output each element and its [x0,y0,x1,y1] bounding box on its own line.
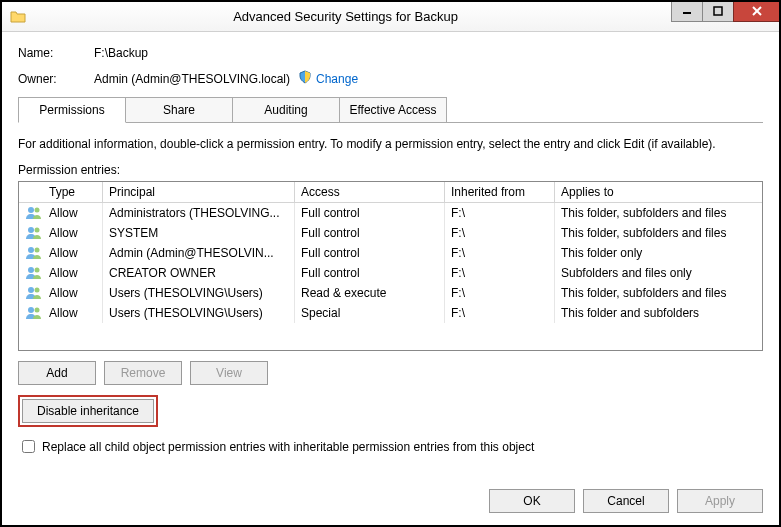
users-icon [25,225,43,242]
svg-point-6 [28,227,34,233]
svg-point-5 [35,207,40,212]
table-row[interactable]: AllowCREATOR OWNERFull controlF:\Subfold… [19,263,762,283]
cell-applies: This folder only [555,243,762,263]
shield-icon [298,70,312,87]
users-icon [25,245,43,262]
cell-type: Allow [43,223,103,243]
cell-type: Allow [43,243,103,263]
users-icon [25,205,43,222]
titlebar: Advanced Security Settings for Backup [2,2,779,32]
cell-inherited: F:\ [445,283,555,303]
cell-applies: This folder, subfolders and files [555,223,762,243]
table-row[interactable]: AllowUsers (THESOLVING\Users)Read & exec… [19,283,762,303]
name-label: Name: [18,46,94,60]
ok-button[interactable]: OK [489,489,575,513]
col-inherited[interactable]: Inherited from [445,182,555,202]
cell-type: Allow [43,263,103,283]
disable-inheritance-highlight: Disable inheritance [18,395,158,427]
users-icon [25,305,43,322]
cell-principal: SYSTEM [103,223,295,243]
name-value: F:\Backup [94,46,148,60]
table-row[interactable]: AllowUsers (THESOLVING\Users)SpecialF:\T… [19,303,762,323]
svg-point-14 [28,307,34,313]
cell-inherited: F:\ [445,203,555,223]
cell-access: Full control [295,243,445,263]
disable-inheritance-button[interactable]: Disable inheritance [22,399,154,423]
cell-inherited: F:\ [445,303,555,323]
col-type[interactable]: Type [43,182,103,202]
col-applies[interactable]: Applies to [555,182,762,202]
cell-applies: This folder, subfolders and files [555,283,762,303]
permission-list[interactable]: Type Principal Access Inherited from App… [18,181,763,351]
replace-child-label: Replace all child object permission entr… [42,440,534,454]
folder-icon [10,9,26,25]
cell-access: Read & execute [295,283,445,303]
cell-applies: This folder and subfolders [555,303,762,323]
cell-access: Special [295,303,445,323]
cell-principal: Users (THESOLVING\Users) [103,283,295,303]
cell-inherited: F:\ [445,263,555,283]
table-row[interactable]: AllowAdministrators (THESOLVING...Full c… [19,203,762,223]
svg-point-10 [28,267,34,273]
replace-child-checkbox[interactable] [22,440,35,453]
remove-button: Remove [104,361,182,385]
cell-principal: CREATOR OWNER [103,263,295,283]
close-button[interactable] [733,0,781,22]
maximize-button[interactable] [702,0,734,22]
svg-point-8 [28,247,34,253]
cell-principal: Admin (Admin@THESOLVIN... [103,243,295,263]
cell-applies: Subfolders and files only [555,263,762,283]
cancel-button[interactable]: Cancel [583,489,669,513]
svg-point-13 [35,287,40,292]
cell-type: Allow [43,303,103,323]
cell-type: Allow [43,283,103,303]
cell-principal: Administrators (THESOLVING... [103,203,295,223]
add-button[interactable]: Add [18,361,96,385]
svg-point-4 [28,207,34,213]
tab-share[interactable]: Share [125,97,233,122]
col-principal[interactable]: Principal [103,182,295,202]
cell-access: Full control [295,263,445,283]
tab-effective-access[interactable]: Effective Access [339,97,447,122]
tab-permissions[interactable]: Permissions [18,97,126,123]
cell-type: Allow [43,203,103,223]
table-row[interactable]: AllowAdmin (Admin@THESOLVIN...Full contr… [19,243,762,263]
window-title: Advanced Security Settings for Backup [32,9,779,24]
cell-applies: This folder, subfolders and files [555,203,762,223]
svg-point-9 [35,247,40,252]
cell-inherited: F:\ [445,243,555,263]
svg-point-15 [35,307,40,312]
users-icon [25,265,43,282]
tab-strip: Permissions Share Auditing Effective Acc… [18,97,763,123]
owner-value: Admin (Admin@THESOLVING.local) [94,72,290,86]
owner-label: Owner: [18,72,94,86]
cell-access: Full control [295,223,445,243]
cell-inherited: F:\ [445,223,555,243]
tab-description: For additional information, double-click… [18,137,763,151]
col-access[interactable]: Access [295,182,445,202]
entries-label: Permission entries: [18,163,763,177]
svg-point-12 [28,287,34,293]
minimize-button[interactable] [671,0,703,22]
users-icon [25,285,43,302]
list-header: Type Principal Access Inherited from App… [19,182,762,203]
svg-point-7 [35,227,40,232]
change-owner-link[interactable]: Change [316,72,358,86]
cell-principal: Users (THESOLVING\Users) [103,303,295,323]
apply-button: Apply [677,489,763,513]
svg-rect-1 [714,7,722,15]
table-row[interactable]: AllowSYSTEMFull controlF:\This folder, s… [19,223,762,243]
cell-access: Full control [295,203,445,223]
tab-auditing[interactable]: Auditing [232,97,340,122]
svg-point-11 [35,267,40,272]
view-button: View [190,361,268,385]
